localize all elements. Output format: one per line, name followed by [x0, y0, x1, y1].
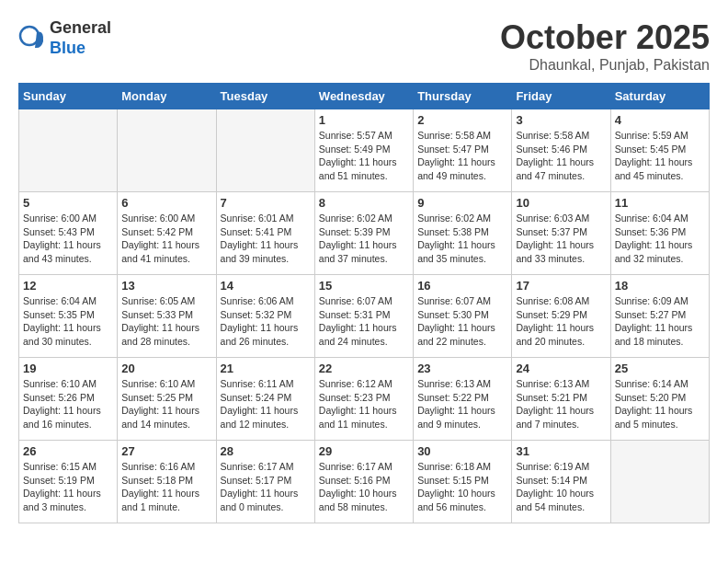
- day-info: Sunrise: 6:00 AMSunset: 5:42 PMDaylight:…: [121, 212, 211, 266]
- day-number: 30: [417, 444, 507, 458]
- calendar-cell: 12Sunrise: 6:04 AMSunset: 5:35 PMDayligh…: [19, 275, 118, 358]
- calendar-cell: 25Sunrise: 6:14 AMSunset: 5:20 PMDayligh…: [610, 358, 709, 441]
- calendar-cell: 14Sunrise: 6:06 AMSunset: 5:32 PMDayligh…: [216, 275, 314, 358]
- day-info: Sunrise: 6:10 AMSunset: 5:25 PMDaylight:…: [121, 377, 211, 431]
- calendar-cell: 9Sunrise: 6:02 AMSunset: 5:38 PMDaylight…: [414, 192, 512, 275]
- logo-blue: Blue: [50, 39, 85, 57]
- day-info: Sunrise: 6:01 AMSunset: 5:41 PMDaylight:…: [221, 212, 311, 266]
- day-number: 16: [417, 279, 507, 293]
- calendar-week-4: 26Sunrise: 6:15 AMSunset: 5:19 PMDayligh…: [19, 441, 710, 523]
- day-info: Sunrise: 6:00 AMSunset: 5:43 PMDaylight:…: [23, 212, 113, 266]
- day-number: 25: [615, 362, 705, 375]
- day-number: 13: [121, 279, 211, 293]
- day-number: 26: [23, 444, 113, 458]
- day-info: Sunrise: 6:14 AMSunset: 5:20 PMDaylight:…: [615, 377, 705, 431]
- calendar-cell: 26Sunrise: 6:15 AMSunset: 5:19 PMDayligh…: [19, 441, 118, 523]
- weekday-header-tuesday: Tuesday: [216, 84, 314, 109]
- calendar-cell: 4Sunrise: 5:59 AMSunset: 5:45 PMDaylight…: [610, 109, 709, 192]
- calendar-table: SundayMondayTuesdayWednesdayThursdayFrid…: [18, 83, 710, 523]
- day-info: Sunrise: 6:04 AMSunset: 5:35 PMDaylight:…: [23, 294, 113, 349]
- day-info: Sunrise: 6:16 AMSunset: 5:18 PMDaylight:…: [121, 460, 211, 514]
- day-info: Sunrise: 6:12 AMSunset: 5:23 PMDaylight:…: [319, 377, 409, 431]
- day-info: Sunrise: 6:13 AMSunset: 5:22 PMDaylight:…: [417, 377, 507, 431]
- day-info: Sunrise: 6:11 AMSunset: 5:24 PMDaylight:…: [221, 377, 311, 431]
- day-info: Sunrise: 6:09 AMSunset: 5:27 PMDaylight:…: [615, 294, 705, 349]
- calendar-cell: 17Sunrise: 6:08 AMSunset: 5:29 PMDayligh…: [512, 275, 610, 358]
- day-number: 5: [23, 196, 113, 210]
- day-info: Sunrise: 6:08 AMSunset: 5:29 PMDaylight:…: [516, 294, 606, 349]
- calendar-cell: 18Sunrise: 6:09 AMSunset: 5:27 PMDayligh…: [610, 275, 709, 358]
- page-header: General Blue October 2025 Dhaunkal, Punj…: [18, 18, 710, 74]
- weekday-header-wednesday: Wednesday: [314, 84, 413, 109]
- calendar-cell: 22Sunrise: 6:12 AMSunset: 5:23 PMDayligh…: [314, 358, 413, 441]
- logo-text: General Blue: [50, 18, 111, 58]
- weekday-header-monday: Monday: [118, 84, 216, 109]
- calendar-cell: 23Sunrise: 6:13 AMSunset: 5:22 PMDayligh…: [414, 358, 512, 441]
- day-info: Sunrise: 5:58 AMSunset: 5:46 PMDaylight:…: [516, 129, 606, 183]
- day-number: 3: [516, 113, 606, 127]
- calendar-cell: 20Sunrise: 6:10 AMSunset: 5:25 PMDayligh…: [118, 358, 216, 441]
- month-title: October 2025: [500, 18, 710, 57]
- day-number: 9: [417, 196, 507, 210]
- day-info: Sunrise: 6:18 AMSunset: 5:15 PMDaylight:…: [417, 460, 507, 514]
- calendar-cell: 1Sunrise: 5:57 AMSunset: 5:49 PMDaylight…: [314, 109, 413, 192]
- title-block: October 2025 Dhaunkal, Punjab, Pakistan: [500, 18, 710, 74]
- weekday-header-sunday: Sunday: [19, 84, 118, 109]
- day-number: 28: [221, 444, 311, 458]
- day-info: Sunrise: 6:10 AMSunset: 5:26 PMDaylight:…: [23, 377, 113, 431]
- day-info: Sunrise: 5:59 AMSunset: 5:45 PMDaylight:…: [615, 129, 705, 183]
- day-info: Sunrise: 6:13 AMSunset: 5:21 PMDaylight:…: [516, 377, 606, 431]
- day-info: Sunrise: 6:07 AMSunset: 5:30 PMDaylight:…: [417, 294, 507, 349]
- weekday-header-thursday: Thursday: [414, 84, 512, 109]
- day-number: 2: [417, 113, 507, 127]
- day-number: 11: [615, 196, 705, 210]
- day-info: Sunrise: 5:57 AMSunset: 5:49 PMDaylight:…: [319, 129, 409, 183]
- calendar-cell: [19, 109, 118, 192]
- day-number: 8: [319, 196, 409, 210]
- day-number: 14: [221, 279, 311, 293]
- calendar-cell: 8Sunrise: 6:02 AMSunset: 5:39 PMDaylight…: [314, 192, 413, 275]
- calendar-cell: 5Sunrise: 6:00 AMSunset: 5:43 PMDaylight…: [19, 192, 118, 275]
- calendar-week-0: 1Sunrise: 5:57 AMSunset: 5:49 PMDaylight…: [19, 109, 710, 192]
- day-number: 7: [221, 196, 311, 210]
- calendar-cell: 13Sunrise: 6:05 AMSunset: 5:33 PMDayligh…: [118, 275, 216, 358]
- logo: General Blue: [18, 18, 111, 58]
- day-number: 6: [121, 196, 211, 210]
- calendar-cell: [610, 441, 709, 523]
- logo-icon: [18, 25, 46, 52]
- day-number: 4: [615, 113, 705, 127]
- day-info: Sunrise: 6:19 AMSunset: 5:14 PMDaylight:…: [516, 460, 606, 514]
- day-number: 12: [23, 279, 113, 293]
- day-number: 22: [319, 362, 409, 375]
- day-number: 31: [516, 444, 606, 458]
- calendar-cell: [216, 109, 314, 192]
- day-number: 18: [615, 279, 705, 293]
- day-number: 10: [516, 196, 606, 210]
- day-info: Sunrise: 6:02 AMSunset: 5:38 PMDaylight:…: [417, 212, 507, 266]
- calendar-week-3: 19Sunrise: 6:10 AMSunset: 5:26 PMDayligh…: [19, 358, 710, 441]
- day-info: Sunrise: 6:05 AMSunset: 5:33 PMDaylight:…: [121, 294, 211, 349]
- day-number: 23: [417, 362, 507, 375]
- day-info: Sunrise: 6:17 AMSunset: 5:17 PMDaylight:…: [221, 460, 311, 514]
- calendar-cell: 3Sunrise: 5:58 AMSunset: 5:46 PMDaylight…: [512, 109, 610, 192]
- day-info: Sunrise: 6:07 AMSunset: 5:31 PMDaylight:…: [319, 294, 409, 349]
- day-info: Sunrise: 5:58 AMSunset: 5:47 PMDaylight:…: [417, 129, 507, 183]
- location: Dhaunkal, Punjab, Pakistan: [500, 57, 710, 74]
- day-number: 1: [319, 113, 409, 127]
- day-info: Sunrise: 6:02 AMSunset: 5:39 PMDaylight:…: [319, 212, 409, 266]
- logo-general: General: [50, 18, 111, 37]
- calendar-cell: 7Sunrise: 6:01 AMSunset: 5:41 PMDaylight…: [216, 192, 314, 275]
- day-number: 20: [121, 362, 211, 375]
- day-number: 27: [121, 444, 211, 458]
- calendar-cell: 29Sunrise: 6:17 AMSunset: 5:16 PMDayligh…: [314, 441, 413, 523]
- day-info: Sunrise: 6:17 AMSunset: 5:16 PMDaylight:…: [319, 460, 409, 514]
- calendar-week-1: 5Sunrise: 6:00 AMSunset: 5:43 PMDaylight…: [19, 192, 710, 275]
- calendar-cell: 21Sunrise: 6:11 AMSunset: 5:24 PMDayligh…: [216, 358, 314, 441]
- day-info: Sunrise: 6:06 AMSunset: 5:32 PMDaylight:…: [221, 294, 311, 349]
- calendar-cell: 31Sunrise: 6:19 AMSunset: 5:14 PMDayligh…: [512, 441, 610, 523]
- calendar-cell: 10Sunrise: 6:03 AMSunset: 5:37 PMDayligh…: [512, 192, 610, 275]
- day-info: Sunrise: 6:15 AMSunset: 5:19 PMDaylight:…: [23, 460, 113, 514]
- calendar-cell: 19Sunrise: 6:10 AMSunset: 5:26 PMDayligh…: [19, 358, 118, 441]
- day-number: 19: [23, 362, 113, 375]
- weekday-header-row: SundayMondayTuesdayWednesdayThursdayFrid…: [19, 84, 710, 109]
